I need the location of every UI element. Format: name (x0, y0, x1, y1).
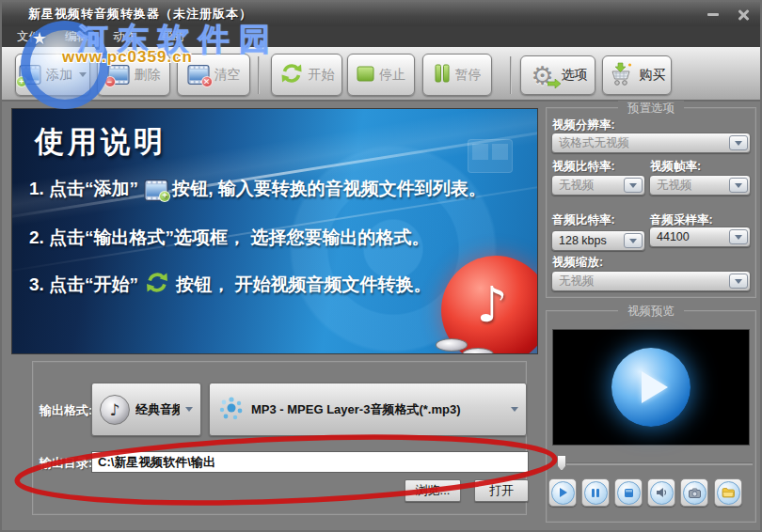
start-button[interactable]: 开始 (271, 54, 342, 96)
instruction-step-1: 1. 点击“添加” + 按钮, 输入要转换的音视频文件到列表。 (29, 175, 486, 203)
format-category-dropdown[interactable]: ♪ 经典音频 (91, 383, 201, 436)
video-framerate-dropdown[interactable]: 无视频 (649, 175, 751, 196)
video-scale-label: 视频缩放: (552, 255, 603, 271)
buy-button-label: 购买 (640, 67, 666, 84)
stop-square-icon (357, 66, 374, 85)
mini-cd-icon (462, 348, 494, 354)
instruction-step-3: 3. 点击“开始” 按钮， 开始视频音频文件转换。 (29, 271, 431, 299)
refresh-arrows-icon (144, 271, 170, 299)
preview-title: 视频预览 (618, 304, 684, 320)
film-add-icon: + (144, 180, 167, 199)
music-note-icon: ♪ (476, 276, 507, 333)
video-resolution-label: 视频分辨率: (552, 117, 615, 133)
audio-samplerate-dropdown[interactable]: 44100 (649, 227, 751, 247)
audio-bitrate-dropdown[interactable]: 128 kbps (551, 230, 645, 251)
instruction-step-2: 2. 点击“输出格式”选项框， 选择您要输出的格式。 (29, 224, 429, 252)
close-icon (738, 8, 750, 21)
toolbar-separator (510, 56, 512, 94)
close-button[interactable] (736, 8, 751, 21)
dropdown-arrow-icon (729, 274, 748, 289)
star-icon: ★ (32, 28, 47, 48)
refresh-arrows-icon (279, 62, 304, 87)
clear-button-label: 清空 (214, 67, 241, 84)
instructions-title: 使用说明 (35, 122, 167, 162)
video-preview-screen (552, 329, 750, 446)
preview-pause-button[interactable] (581, 478, 610, 507)
preview-volume-button[interactable] (647, 478, 675, 507)
start-button-label: 开始 (309, 67, 335, 84)
format-dropdown[interactable]: MP3 - MPEG Layer-3音频格式(*.mp3) (209, 383, 527, 436)
speaker-icon (650, 481, 674, 505)
dropdown-arrow-icon (729, 178, 748, 193)
presets-title: 预置选项 (618, 101, 684, 117)
output-dir-label: 输出目录: (40, 455, 92, 472)
dropdown-arrow-icon (624, 178, 643, 193)
seek-slider-track[interactable] (559, 462, 753, 465)
pause-bars-icon (434, 64, 451, 86)
mini-cd-icon (436, 338, 468, 352)
preview-snapshot-button[interactable] (680, 478, 708, 507)
film-remove-icon: − (107, 65, 130, 85)
minimize-icon (707, 13, 719, 16)
molecule-icon (217, 394, 246, 426)
buy-button[interactable]: 购买 (602, 55, 672, 95)
minimize-button[interactable] (706, 8, 721, 21)
play-icon (551, 481, 575, 505)
instruction-panel: 使用说明 1. 点击“添加” + 按钮, 输入要转换的音视频文件到列表。 2. … (11, 108, 538, 354)
output-dir-input[interactable] (91, 451, 529, 473)
video-framerate-label: 视频帧率: (650, 159, 701, 175)
preview-folder-button[interactable] (714, 478, 742, 507)
open-button[interactable]: 打开 (474, 479, 529, 502)
app-window: 新星视频转音频转换器（未注册版本） 文件 编辑 动作 帮助 + 添加 − 删除 (0, 0, 762, 532)
preview-stop-button[interactable] (614, 478, 643, 507)
preview-play-button[interactable] (548, 478, 577, 507)
watermark-site-url: www.pc0359.cn (62, 48, 193, 67)
browse-button[interactable]: 浏览... (405, 479, 461, 502)
film-clear-icon: ✕ (187, 65, 210, 85)
dropdown-arrow-icon (729, 135, 748, 150)
dropdown-arrow-icon (511, 407, 518, 412)
pause-button[interactable]: 暂停 (422, 54, 492, 96)
video-resolution-dropdown[interactable]: 该格式无视频 (551, 133, 751, 153)
camera-icon (683, 481, 706, 505)
video-bitrate-dropdown[interactable]: 无视频 (551, 175, 645, 196)
toolbar-separator (258, 56, 260, 94)
pause-button-label: 暂停 (455, 67, 482, 84)
audio-bitrate-label: 音频比特率: (552, 212, 615, 228)
cross-badge-icon: ✕ (201, 76, 213, 87)
dropdown-arrow-icon (729, 229, 748, 244)
dropdown-arrow-icon (624, 233, 643, 248)
output-format-label: 输出格式: (40, 402, 92, 419)
green-arrow-icon (548, 76, 561, 91)
video-bitrate-label: 视频比特率: (552, 159, 615, 175)
film-frame-decoration (468, 139, 513, 173)
window-controls (706, 8, 751, 21)
gear-icon: ⚙ (529, 61, 557, 89)
options-button[interactable]: ⚙ 选项 (520, 55, 595, 95)
play-icon (642, 371, 668, 403)
shopping-cart-icon (609, 62, 635, 89)
stop-button[interactable]: 停止 (347, 54, 415, 96)
pause-icon (584, 481, 608, 505)
stop-button-label: 停止 (379, 67, 405, 84)
options-button-label: 选项 (562, 67, 588, 84)
plus-badge-icon: + (159, 191, 170, 202)
stop-icon (617, 481, 641, 505)
folder-icon (717, 481, 740, 505)
audio-disc-icon: ♪ (100, 395, 130, 425)
client-area: 使用说明 1. 点击“添加” + 按钮, 输入要转换的音视频文件到列表。 2. … (2, 102, 760, 532)
dropdown-arrow-icon (185, 407, 193, 412)
remove-button-label: 删除 (135, 67, 161, 84)
video-scale-dropdown[interactable]: 无视频 (551, 271, 751, 291)
player-logo (611, 348, 691, 427)
